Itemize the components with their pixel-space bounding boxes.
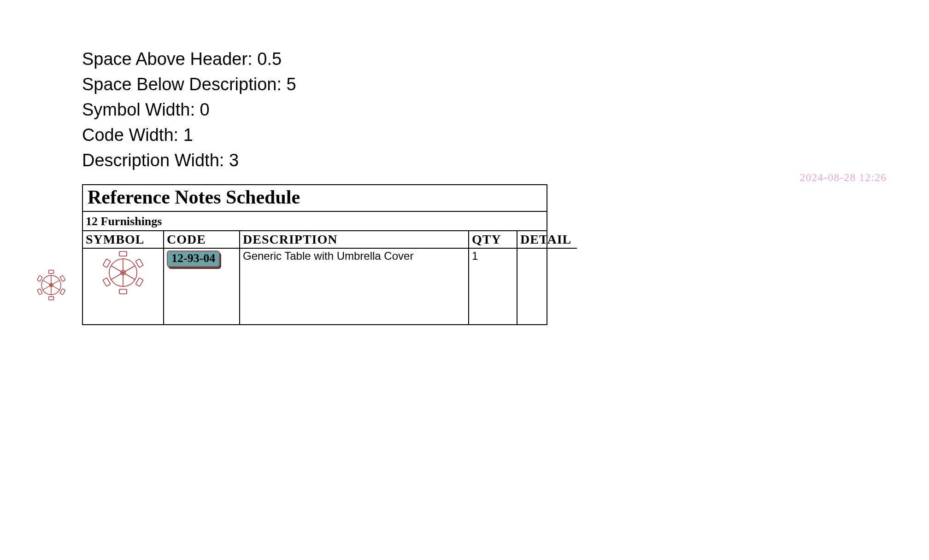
schedule-title: Reference Notes Schedule	[83, 185, 547, 212]
table-umbrella-icon	[35, 269, 67, 301]
svg-rect-18	[60, 275, 65, 281]
schedule-table: SYMBOL CODE DESCRIPTION QTY DETAIL	[83, 231, 577, 324]
prop-description-width: Description Width: 3	[82, 148, 296, 173]
prop-space-below-description: Space Below Description: 5	[82, 72, 296, 97]
header-detail: DETAIL	[517, 231, 577, 248]
svg-rect-8	[103, 278, 111, 286]
svg-rect-9	[103, 259, 111, 268]
schedule-section-header: 12 Furnishings	[83, 212, 547, 231]
timestamp-label: 2024-08-28 12:26	[800, 171, 887, 184]
prop-symbol-width: Symbol Width: 0	[82, 97, 296, 122]
cell-description: Generic Table with Umbrella Cover	[240, 248, 469, 324]
code-tag: 12-93-04	[167, 251, 220, 267]
cell-qty: 1	[469, 248, 517, 324]
svg-rect-5	[119, 251, 127, 256]
cell-detail	[517, 248, 577, 324]
schedule-container: Reference Notes Schedule 12 Furnishings …	[82, 184, 547, 325]
cell-symbol	[83, 248, 164, 324]
svg-rect-20	[37, 275, 42, 281]
schedule-header-row: SYMBOL CODE DESCRIPTION QTY DETAIL	[83, 231, 577, 248]
legend-symbol-icon-container	[35, 269, 67, 303]
prop-space-above-header: Space Above Header: 0.5	[82, 47, 296, 72]
svg-rect-6	[119, 289, 127, 294]
document-canvas: Space Above Header: 0.5 Space Below Desc…	[0, 0, 929, 560]
svg-rect-16	[48, 270, 53, 274]
svg-rect-17	[48, 297, 53, 300]
header-code: CODE	[164, 231, 240, 248]
table-row: 12-93-04 Generic Table with Umbrella Cov…	[83, 248, 577, 324]
svg-rect-10	[135, 278, 143, 286]
svg-rect-7	[135, 259, 143, 268]
table-umbrella-icon	[100, 250, 146, 296]
header-qty: QTY	[469, 231, 517, 248]
header-description: DESCRIPTION	[240, 231, 469, 248]
header-symbol: SYMBOL	[83, 231, 164, 248]
svg-rect-19	[37, 289, 42, 295]
cell-code: 12-93-04	[164, 248, 240, 324]
svg-rect-21	[60, 289, 65, 295]
prop-code-width: Code Width: 1	[82, 122, 296, 148]
properties-block: Space Above Header: 0.5 Space Below Desc…	[82, 47, 296, 173]
